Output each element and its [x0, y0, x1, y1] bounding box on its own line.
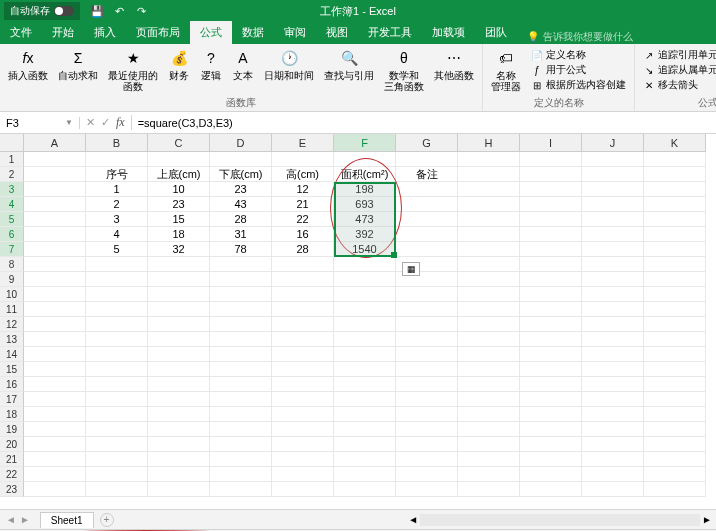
- cell-F7[interactable]: 1540: [334, 242, 396, 257]
- more-functions-button[interactable]: ⋯其他函数: [430, 46, 478, 94]
- cell-A23[interactable]: [24, 482, 86, 497]
- cell-B11[interactable]: [86, 302, 148, 317]
- cell-F21[interactable]: [334, 452, 396, 467]
- cell-C10[interactable]: [148, 287, 210, 302]
- row-header-21[interactable]: 21: [0, 452, 24, 467]
- cell-B10[interactable]: [86, 287, 148, 302]
- cell-B15[interactable]: [86, 362, 148, 377]
- row-header-23[interactable]: 23: [0, 482, 24, 497]
- cell-I16[interactable]: [520, 377, 582, 392]
- cell-K3[interactable]: [644, 182, 706, 197]
- cell-F12[interactable]: [334, 317, 396, 332]
- cell-E3[interactable]: 12: [272, 182, 334, 197]
- tab-formulas[interactable]: 公式: [190, 21, 232, 44]
- cell-B3[interactable]: 1: [86, 182, 148, 197]
- row-header-9[interactable]: 9: [0, 272, 24, 287]
- cell-J17[interactable]: [582, 392, 644, 407]
- cell-C16[interactable]: [148, 377, 210, 392]
- cell-G2[interactable]: 备注: [396, 167, 458, 182]
- cell-C19[interactable]: [148, 422, 210, 437]
- cell-K15[interactable]: [644, 362, 706, 377]
- cell-A21[interactable]: [24, 452, 86, 467]
- cell-G17[interactable]: [396, 392, 458, 407]
- cell-H2[interactable]: [458, 167, 520, 182]
- cell-J21[interactable]: [582, 452, 644, 467]
- cell-F22[interactable]: [334, 467, 396, 482]
- cell-A1[interactable]: [24, 152, 86, 167]
- cell-B2[interactable]: 序号: [86, 167, 148, 182]
- cell-A9[interactable]: [24, 272, 86, 287]
- row-header-10[interactable]: 10: [0, 287, 24, 302]
- cell-F11[interactable]: [334, 302, 396, 317]
- cell-D10[interactable]: [210, 287, 272, 302]
- column-header-A[interactable]: A: [24, 134, 86, 152]
- cell-B14[interactable]: [86, 347, 148, 362]
- logical-button[interactable]: ?逻辑: [196, 46, 226, 94]
- financial-button[interactable]: 💰财务: [164, 46, 194, 94]
- sheet-prev-icon[interactable]: ◄: [6, 514, 16, 525]
- cell-F20[interactable]: [334, 437, 396, 452]
- cell-B16[interactable]: [86, 377, 148, 392]
- row-header-12[interactable]: 12: [0, 317, 24, 332]
- cell-D8[interactable]: [210, 257, 272, 272]
- cell-C18[interactable]: [148, 407, 210, 422]
- cell-E19[interactable]: [272, 422, 334, 437]
- scroll-left-icon[interactable]: ◄: [408, 514, 418, 525]
- cell-A14[interactable]: [24, 347, 86, 362]
- insert-function-button[interactable]: fx插入函数: [4, 46, 52, 94]
- cell-A18[interactable]: [24, 407, 86, 422]
- cell-E11[interactable]: [272, 302, 334, 317]
- cell-D23[interactable]: [210, 482, 272, 497]
- undo-icon[interactable]: ↶: [112, 4, 126, 18]
- cell-D20[interactable]: [210, 437, 272, 452]
- cell-G19[interactable]: [396, 422, 458, 437]
- save-icon[interactable]: 💾: [90, 4, 104, 18]
- trace-precedents-button[interactable]: ↗追踪引用单元格: [643, 48, 716, 62]
- cell-F6[interactable]: 392: [334, 227, 396, 242]
- cell-A6[interactable]: [24, 227, 86, 242]
- cell-F18[interactable]: [334, 407, 396, 422]
- cell-D17[interactable]: [210, 392, 272, 407]
- name-manager-button[interactable]: 🏷名称 管理器: [487, 46, 525, 94]
- tab-addins[interactable]: 加载项: [422, 21, 475, 44]
- cell-H10[interactable]: [458, 287, 520, 302]
- cell-C23[interactable]: [148, 482, 210, 497]
- cell-H15[interactable]: [458, 362, 520, 377]
- cell-D22[interactable]: [210, 467, 272, 482]
- cell-C13[interactable]: [148, 332, 210, 347]
- cell-H18[interactable]: [458, 407, 520, 422]
- cell-K23[interactable]: [644, 482, 706, 497]
- datetime-button[interactable]: 🕐日期和时间: [260, 46, 318, 94]
- cell-F13[interactable]: [334, 332, 396, 347]
- cell-H16[interactable]: [458, 377, 520, 392]
- cell-H13[interactable]: [458, 332, 520, 347]
- tab-team[interactable]: 团队: [475, 21, 517, 44]
- cell-C3[interactable]: 10: [148, 182, 210, 197]
- row-header-2[interactable]: 2: [0, 167, 24, 182]
- cell-H5[interactable]: [458, 212, 520, 227]
- cell-K7[interactable]: [644, 242, 706, 257]
- cell-K13[interactable]: [644, 332, 706, 347]
- cell-K10[interactable]: [644, 287, 706, 302]
- cell-E2[interactable]: 高(cm): [272, 167, 334, 182]
- cell-J15[interactable]: [582, 362, 644, 377]
- cell-A8[interactable]: [24, 257, 86, 272]
- cell-C7[interactable]: 32: [148, 242, 210, 257]
- column-header-G[interactable]: G: [396, 134, 458, 152]
- cell-J8[interactable]: [582, 257, 644, 272]
- cell-G12[interactable]: [396, 317, 458, 332]
- cell-K6[interactable]: [644, 227, 706, 242]
- cell-B6[interactable]: 4: [86, 227, 148, 242]
- cell-D1[interactable]: [210, 152, 272, 167]
- cell-K17[interactable]: [644, 392, 706, 407]
- name-box[interactable]: F3 ▼: [0, 117, 80, 129]
- cell-I20[interactable]: [520, 437, 582, 452]
- cell-F5[interactable]: 473: [334, 212, 396, 227]
- cell-K22[interactable]: [644, 467, 706, 482]
- cell-J4[interactable]: [582, 197, 644, 212]
- cell-F4[interactable]: 693: [334, 197, 396, 212]
- cell-H6[interactable]: [458, 227, 520, 242]
- cell-A15[interactable]: [24, 362, 86, 377]
- scroll-right-icon[interactable]: ►: [702, 514, 712, 525]
- cell-E5[interactable]: 22: [272, 212, 334, 227]
